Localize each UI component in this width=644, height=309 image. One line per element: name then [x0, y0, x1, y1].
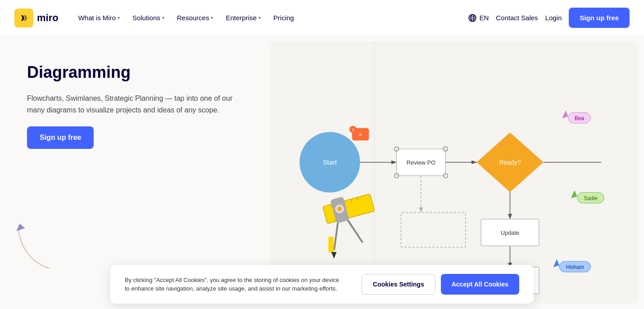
login-link[interactable]: Login [545, 14, 562, 22]
svg-text:Update: Update [501, 229, 519, 236]
svg-text:3: 3 [352, 128, 354, 132]
cookie-actions: Cookies Settings Accept All Cookies [362, 274, 519, 295]
page-description: Flowcharts, Swimlanes, Strategic Plannin… [27, 93, 243, 116]
svg-rect-44 [328, 237, 334, 252]
svg-text:Hisham: Hisham [566, 264, 584, 270]
logo-icon [14, 9, 33, 27]
cookie-text: By clicking "Accept All Cookies", you ag… [125, 276, 344, 293]
navbar: miro What is Miro ▾ Solutions ▾ Resource… [0, 0, 644, 36]
svg-marker-6 [15, 223, 25, 231]
nav-item-solutions[interactable]: Solutions ▾ [127, 10, 170, 25]
svg-text:Ready?: Ready? [499, 159, 521, 166]
nav-item-pricing[interactable]: Pricing [268, 10, 299, 25]
signup-button[interactable]: Sign up free [569, 8, 630, 28]
hero-signup-button[interactable]: Sign up free [27, 126, 94, 149]
logo-text: miro [37, 12, 59, 24]
nav-item-what-is-miro[interactable]: What is Miro ▾ [73, 10, 125, 25]
chevron-down-icon: ▾ [259, 15, 261, 20]
nav-items: What is Miro ▾ Solutions ▾ Resources ▾ E… [73, 10, 299, 25]
accept-cookies-button[interactable]: Accept All Cookies [441, 274, 519, 295]
cookies-settings-button[interactable]: Cookies Settings [362, 274, 435, 295]
chevron-down-icon: ▾ [118, 15, 120, 20]
globe-icon [468, 14, 476, 22]
chevron-down-icon: ▾ [211, 15, 213, 20]
diagram-canvas: Start Review PO Ready? Update Review PO [270, 41, 639, 304]
svg-text:Bea: Bea [575, 115, 584, 121]
diagram-panel: Start Review PO Ready? Update Review PO [270, 41, 639, 304]
nav-item-resources[interactable]: Resources ▾ [172, 10, 219, 25]
language-selector[interactable]: EN [468, 14, 489, 22]
chevron-down-icon: ▾ [162, 15, 164, 20]
decorative-arrow [14, 219, 68, 273]
navbar-right: EN Contact Sales Login Sign up free [468, 8, 630, 28]
navbar-left: miro What is Miro ▾ Solutions ▾ Resource… [14, 9, 299, 27]
svg-text:≡: ≡ [359, 131, 362, 138]
cookie-banner: By clicking "Accept All Cookies", you ag… [110, 265, 534, 304]
svg-text:Sadie: Sadie [584, 195, 598, 202]
contact-sales-link[interactable]: Contact Sales [496, 14, 538, 22]
svg-text:Review PO: Review PO [407, 159, 435, 166]
logo[interactable]: miro [14, 9, 59, 27]
svg-text:Start: Start [323, 159, 337, 166]
page-title: Diagramming [27, 63, 243, 82]
nav-item-enterprise[interactable]: Enterprise ▾ [220, 10, 266, 25]
